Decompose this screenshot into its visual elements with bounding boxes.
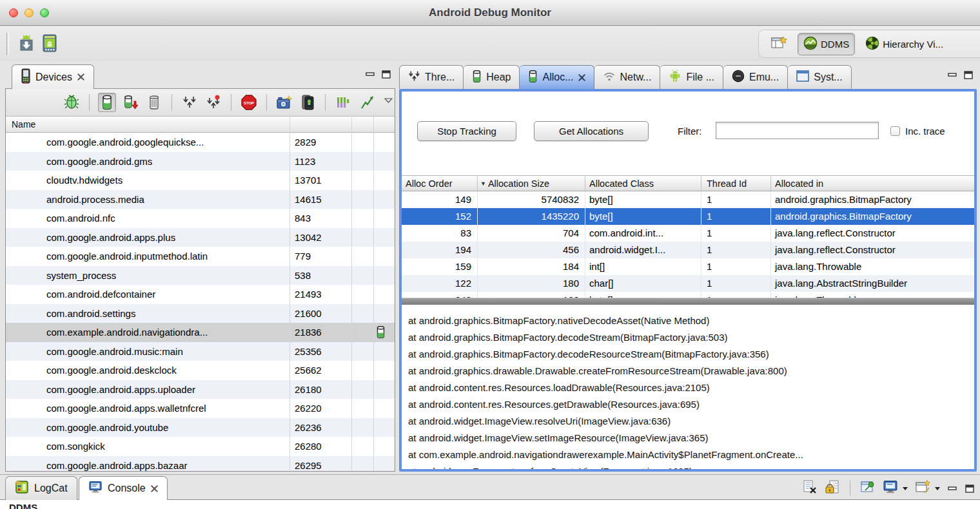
table-row[interactable]: cloudtv.hdwidgets 13701 (6, 171, 395, 190)
table-row[interactable]: 122 180 char[] 1 java.lang.AbstractStrin… (402, 275, 974, 292)
column-header-allocated-in[interactable]: Allocated in (771, 176, 974, 191)
tab-heap[interactable]: Heap (464, 65, 520, 89)
toolbar-drag-handle[interactable] (6, 33, 9, 55)
allocation-tracker-icon (528, 70, 538, 86)
zoom-window-button[interactable] (40, 8, 49, 17)
table-row[interactable]: com.google.android.gms 1123 (6, 152, 395, 171)
maximize-icon[interactable] (381, 70, 391, 79)
table-row[interactable]: com.google.android.inputmethod.latin 779 (6, 247, 395, 266)
tab-emulator-control[interactable]: Emu... (723, 65, 788, 89)
tab-network[interactable]: Netw... (594, 65, 661, 89)
table-row[interactable]: com.google.android.googlequickse... 2829 (6, 133, 395, 152)
system-info-icon[interactable] (334, 93, 352, 112)
stack-trace-line: at android.widget.ImageView.setImageReso… (408, 430, 974, 447)
table-row[interactable]: system_process 538 (6, 266, 395, 285)
minimize-icon[interactable] (947, 484, 957, 493)
network-stats-icon[interactable] (358, 93, 376, 112)
minimize-icon[interactable] (947, 70, 957, 79)
table-row[interactable]: android.process.media 14615 (6, 190, 395, 209)
scroll-lock-icon[interactable] (825, 479, 840, 497)
tab-threads[interactable]: Thre... (399, 65, 464, 89)
column-header-allocation-size[interactable]: ▼Allocation Size (478, 176, 585, 191)
minimize-icon[interactable] (365, 70, 375, 79)
dump-hprof-icon[interactable] (122, 93, 140, 112)
sort-descending-icon: ▼ (480, 176, 486, 191)
stack-trace-view[interactable]: at android.graphics.BitmapFactory.native… (402, 305, 974, 469)
devices-body: STOP Name com.google.android.googlequick… (5, 88, 395, 472)
close-icon[interactable] (151, 485, 158, 492)
close-icon[interactable] (578, 74, 585, 81)
splitter-handle[interactable] (402, 298, 974, 305)
stop-tracking-button[interactable]: Stop Tracking (417, 121, 516, 141)
table-row[interactable]: com.google.android.apps.bazaar 26295 (6, 456, 395, 472)
allocation-size-cell: 180 (478, 275, 585, 292)
column-header-thread-id[interactable]: Thread Id (701, 176, 771, 191)
tab-allocation-tracker[interactable]: Alloc... (520, 65, 594, 89)
multi-screen-capture-icon[interactable] (299, 93, 317, 112)
allocated-class-cell: byte[] (585, 208, 701, 225)
get-allocations-button[interactable]: Get Allocations (534, 121, 649, 141)
table-row[interactable]: com.google.android.apps.plus 13042 (6, 228, 395, 247)
table-row[interactable]: com.android.nfc 843 (6, 209, 395, 228)
chevron-down-icon[interactable] (903, 487, 908, 490)
column-label: Allocated in (775, 176, 823, 191)
table-row[interactable]: 83 704 com.android.int... 1 java.lang.re… (402, 225, 974, 242)
table-row[interactable]: com.google.android.music:main 25356 (6, 342, 395, 361)
update-heap-icon[interactable] (98, 93, 116, 112)
stop-process-icon[interactable]: STOP (240, 93, 258, 112)
view-menu-icon[interactable] (382, 91, 395, 110)
avd-manager-icon[interactable] (41, 34, 58, 55)
table-row[interactable]: 243 162 byte[] 1 java.lang.Throwable (402, 292, 974, 298)
table-row[interactable]: com.google.android.apps.uploader 26180 (6, 380, 395, 399)
table-row[interactable]: com.google.android.deskclock 25662 (6, 361, 395, 380)
update-threads-icon[interactable] (181, 93, 199, 112)
stack-trace-line: at android.app.Fragment.performCreateVie… (408, 463, 974, 469)
table-row[interactable]: com.android.defcontainer 21493 (6, 285, 395, 304)
maximize-icon[interactable] (963, 70, 974, 79)
table-row[interactable]: com.google.android.apps.walletnfcrel 262… (6, 399, 395, 418)
table-row[interactable]: 159 184 int[] 1 java.lang.Throwable (402, 258, 974, 275)
tab-console[interactable]: Console (79, 476, 168, 500)
chevron-down-icon[interactable] (935, 487, 940, 490)
table-row[interactable]: com.example.android.navigationdra... 218… (6, 323, 395, 342)
allocation-size-cell: 704 (478, 225, 585, 242)
devices-name-header[interactable]: Name (6, 116, 395, 133)
filter-label: Filter: (678, 126, 702, 137)
clear-console-icon[interactable] (802, 479, 818, 497)
screen-capture-icon[interactable] (275, 93, 293, 112)
allocated-class-cell: char[] (585, 275, 701, 292)
column-header-alloc-order[interactable]: Alloc Order (402, 176, 478, 191)
table-row[interactable]: com.google.android.youtube 26236 (6, 418, 395, 437)
tab-devices[interactable]: Devices (12, 64, 94, 89)
open-perspective-button[interactable] (765, 33, 792, 55)
perspective-hierarchy-button[interactable]: Hierarchy Vi... (860, 34, 948, 55)
perspective-ddms-button[interactable]: DDMS (798, 33, 855, 55)
android-robot-icon (669, 69, 681, 86)
devices-toolbar: STOP (6, 89, 395, 116)
alloc-order-cell: 194 (402, 242, 478, 258)
close-window-button[interactable] (9, 8, 18, 17)
table-row[interactable]: com.android.settings 21600 (6, 304, 395, 323)
table-row[interactable]: com.songkick 26280 (6, 437, 395, 456)
column-header-allocated-class[interactable]: Allocated Class (585, 176, 701, 191)
close-icon[interactable] (77, 73, 84, 81)
pin-console-icon[interactable] (860, 479, 876, 497)
debug-process-icon[interactable] (63, 93, 81, 112)
maximize-icon[interactable] (965, 484, 975, 493)
alloc-order-cell: 243 (402, 292, 478, 298)
tab-system-information[interactable]: Syst... (788, 65, 851, 89)
method-profiling-icon[interactable] (204, 93, 222, 112)
table-row[interactable]: 149 5740832 byte[] 1 android.graphics.Bi… (402, 191, 974, 208)
sdk-manager-icon[interactable] (17, 34, 36, 55)
cause-gc-icon[interactable] (146, 93, 164, 112)
tab-file-explorer[interactable]: File ... (660, 65, 723, 89)
minimize-window-button[interactable] (24, 8, 34, 17)
table-row[interactable]: 152 1435220 byte[] 1 android.graphics.Bi… (402, 208, 974, 225)
inc-trace-checkbox[interactable] (890, 126, 900, 136)
open-console-icon[interactable] (915, 479, 930, 497)
console-output[interactable]: DDMS (0, 499, 980, 509)
filter-input[interactable] (716, 122, 879, 139)
table-row[interactable]: 194 456 android.widget.I... 1 java.lang.… (402, 242, 974, 258)
display-console-icon[interactable] (883, 480, 898, 497)
tab-logcat[interactable]: LogCat (5, 476, 77, 500)
